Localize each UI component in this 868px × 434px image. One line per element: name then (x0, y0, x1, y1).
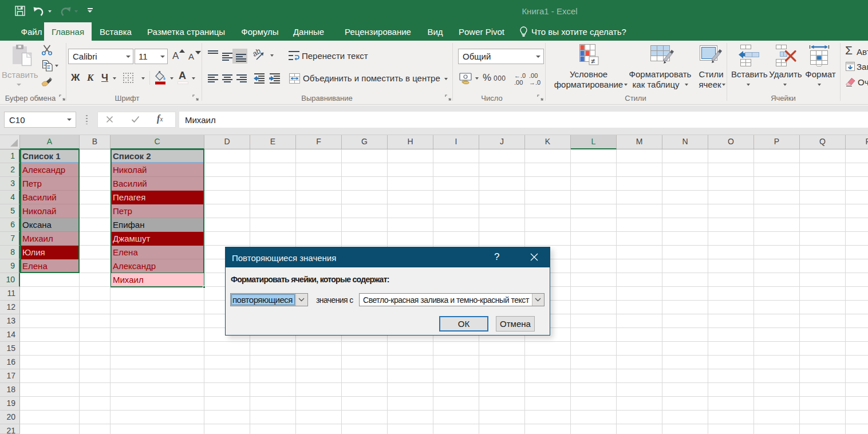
svg-text:≠: ≠ (591, 57, 595, 65)
